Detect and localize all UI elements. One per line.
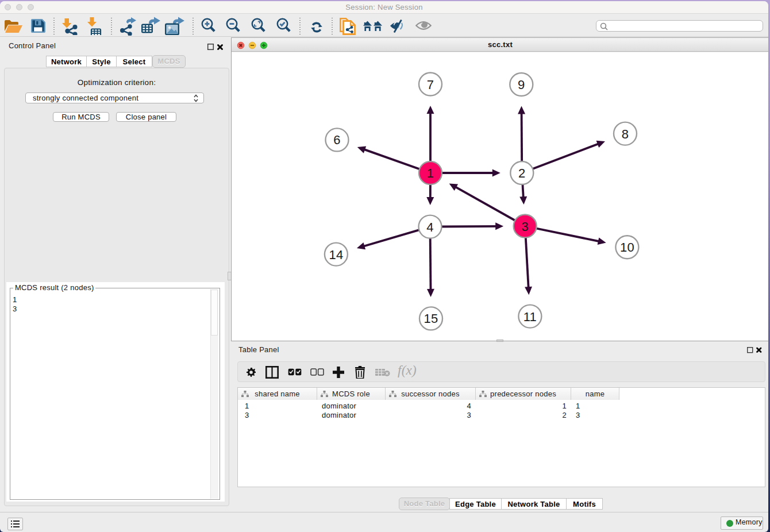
- svg-text:10: 10: [620, 240, 634, 255]
- svg-text:2: 2: [518, 166, 526, 180]
- svg-text:15: 15: [424, 311, 438, 326]
- svg-text:3: 3: [521, 219, 529, 234]
- svg-text:11: 11: [523, 310, 537, 324]
- svg-text:9: 9: [518, 78, 525, 92]
- svg-text:8: 8: [622, 127, 629, 141]
- svg-text:1: 1: [427, 166, 434, 180]
- svg-text:7: 7: [427, 78, 434, 92]
- svg-text:14: 14: [329, 248, 343, 262]
- svg-text:6: 6: [333, 133, 341, 147]
- svg-text:4: 4: [426, 220, 434, 234]
